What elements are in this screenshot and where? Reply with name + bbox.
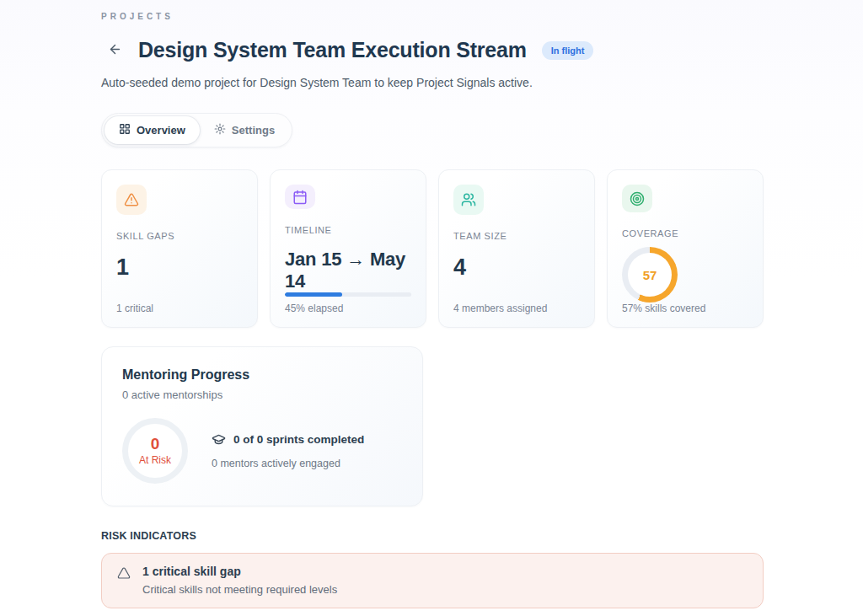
stat-sub: 57% skills covered xyxy=(622,303,748,314)
coverage-donut-value: 57 xyxy=(628,253,672,297)
page-subtitle: Auto-seeded demo project for Design Syst… xyxy=(101,76,764,89)
page-title: Design System Team Execution Stream xyxy=(138,38,527,62)
stat-sub: 4 members assigned xyxy=(453,303,580,314)
stat-label: COVERAGE xyxy=(622,228,748,238)
mentors-text: 0 mentors actively engaged xyxy=(212,458,364,469)
stat-card-coverage: COVERAGE 57 57% skills covered xyxy=(607,169,764,328)
page-header: Design System Team Execution Stream In f… xyxy=(101,38,764,62)
users-icon xyxy=(453,185,484,215)
arrow-left-icon xyxy=(108,42,122,59)
tab-settings[interactable]: Settings xyxy=(200,116,289,144)
tab-overview[interactable]: Overview xyxy=(105,116,200,144)
at-risk-ring: 0 At Risk xyxy=(122,418,188,484)
stat-value: 1 xyxy=(116,254,243,281)
mentoring-subtitle: 0 active mentorships xyxy=(122,388,402,401)
alert-text-col: 1 critical skill gap Critical skills not… xyxy=(142,565,337,596)
page-content: PROJECTS Design System Team Execution St… xyxy=(101,0,764,616)
stat-sub: 45% elapsed xyxy=(285,303,411,314)
mentoring-progress-card: Mentoring Progress 0 active mentorships … xyxy=(101,346,423,506)
tab-bar: Overview Settings xyxy=(101,113,292,147)
stat-label: TIMELINE xyxy=(285,225,411,235)
stat-card-timeline: TIMELINE Jan 15 → May 14 45% elapsed xyxy=(270,169,426,328)
calendar-icon xyxy=(285,185,315,209)
tab-overview-label: Overview xyxy=(137,124,185,137)
stat-label: TEAM SIZE xyxy=(453,231,580,241)
breadcrumb: PROJECTS xyxy=(101,0,764,21)
grid-icon xyxy=(119,123,131,137)
gear-icon xyxy=(214,123,226,137)
coverage-donut: 57 xyxy=(622,247,748,303)
at-risk-value: 0 xyxy=(151,436,160,453)
mentoring-body: 0 At Risk 0 of 0 sprints completed 0 men… xyxy=(122,418,402,484)
at-risk-label: At Risk xyxy=(139,454,171,466)
graduation-cap-icon xyxy=(212,432,226,447)
mentoring-stats: 0 of 0 sprints completed 0 mentors activ… xyxy=(212,432,364,469)
alert-title: 1 critical skill gap xyxy=(142,565,337,578)
stat-card-skill-gaps: SKILL GAPS 1 1 critical xyxy=(101,169,258,328)
stat-card-team-size: TEAM SIZE 4 4 members assigned xyxy=(438,169,595,328)
sprints-text: 0 of 0 sprints completed xyxy=(233,433,364,446)
sprints-row: 0 of 0 sprints completed xyxy=(212,432,364,447)
alert-triangle-icon xyxy=(116,185,147,215)
timeline-progress-fill xyxy=(285,292,342,297)
risk-alert-card: 1 critical skill gap Critical skills not… xyxy=(101,553,764,608)
alert-triangle-outline-icon xyxy=(117,565,131,596)
stat-label: SKILL GAPS xyxy=(116,231,243,241)
back-button[interactable] xyxy=(103,39,126,62)
mentoring-title: Mentoring Progress xyxy=(122,367,402,383)
stat-value: Jan 15 → May 14 xyxy=(285,249,411,292)
alert-description: Critical skills not meeting required lev… xyxy=(142,583,337,596)
stat-sub: 1 critical xyxy=(116,303,243,314)
status-badge: In flight xyxy=(542,41,594,60)
tab-settings-label: Settings xyxy=(232,124,275,137)
timeline-progress-track xyxy=(285,292,411,297)
target-icon xyxy=(622,185,652,212)
stat-value: 4 xyxy=(453,254,580,281)
stat-cards-row: SKILL GAPS 1 1 critical TIMELINE Jan 15 … xyxy=(101,169,764,328)
risk-indicators-heading: RISK INDICATORS xyxy=(101,530,764,542)
